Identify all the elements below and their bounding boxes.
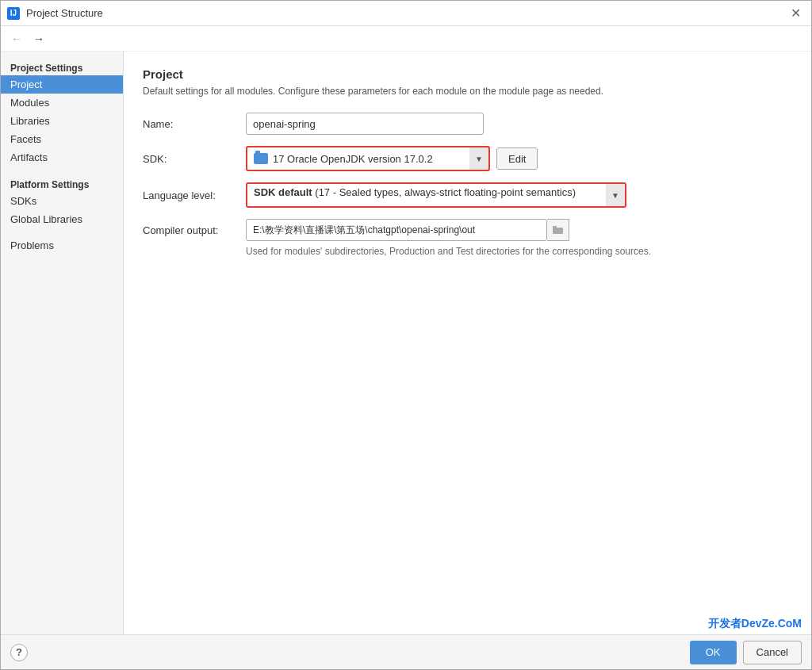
name-row: Name: [143,113,792,135]
sdk-dropdown-arrow[interactable]: ▼ [469,147,488,170]
lang-dropdown-arrow[interactable]: ▼ [606,184,625,206]
app-icon: IJ [7,7,20,20]
lang-select-detail: (17 - Sealed types, always-strict floati… [315,186,576,198]
sdk-label: SDK: [143,153,246,165]
ok-button[interactable]: OK [690,641,737,664]
compiler-browse-button[interactable] [547,219,569,241]
platform-settings-label: Platform Settings [1,174,123,192]
cancel-button[interactable]: Cancel [743,641,802,664]
compiler-path-display: E:\教学资料\直播课\第五场\chatgpt\openai-spring\ou… [246,219,547,241]
bottom-bar-right: OK Cancel [690,641,802,664]
name-input[interactable] [246,113,484,135]
title-bar: IJ Project Structure ✕ [1,1,811,26]
sidebar-item-modules[interactable]: Modules [1,94,123,112]
main-layout: Project Settings Project Modules Librari… [1,52,811,634]
window-title: Project Structure [26,7,103,19]
compiler-hint: Used for modules' subdirectories, Produc… [246,246,792,257]
back-button[interactable]: ← [7,29,26,48]
sidebar-item-artifacts[interactable]: Artifacts [1,148,123,167]
bottom-bar-left: ? [10,644,28,661]
project-structure-window: IJ Project Structure ✕ ← → Project Setti… [0,0,812,670]
lang-level-label: Language level: [143,190,246,201]
watermark: 开发者DevZe.CoM [699,614,811,634]
sidebar-item-global-libraries[interactable]: Global Libraries [1,210,123,228]
compiler-row: Compiler output: E:\教学资料\直播课\第五场\chatgpt… [143,219,792,241]
sdk-select-text: 17 Oracle OpenJDK version 17.0.2 [273,153,463,165]
forward-button[interactable]: → [29,29,48,48]
sidebar-item-project[interactable]: Project [1,75,123,94]
lang-level-row: Language level: SDK default (17 - Sealed… [143,182,792,208]
bottom-bar: ? OK Cancel [1,634,811,669]
content-title: Project [143,67,792,81]
sdk-row: SDK: 17 Oracle OpenJDK version 17.0.2 ▼ … [143,146,792,171]
compiler-label: Compiler output: [143,224,246,236]
content-area: Project Default settings for all modules… [124,52,811,634]
lang-level-control: SDK default (17 - Sealed types, always-s… [246,182,792,208]
sidebar-item-problems[interactable]: Problems [1,236,123,255]
name-label: Name: [143,118,246,130]
sidebar-item-facets[interactable]: Facets [1,130,123,148]
sdk-control: 17 Oracle OpenJDK version 17.0.2 ▼ Edit [246,146,792,171]
sidebar-item-libraries[interactable]: Libraries [1,112,123,130]
sdk-folder-icon [254,153,268,164]
content-subtitle: Default settings for all modules. Config… [143,86,792,97]
title-bar-left: IJ Project Structure [7,7,103,20]
lang-select-wrapper: SDK default (17 - Sealed types, always-s… [246,182,626,208]
nav-bar: ← → [1,26,811,52]
sdk-select[interactable]: 17 Oracle OpenJDK version 17.0.2 [247,147,469,170]
sidebar-item-sdks[interactable]: SDKs [1,192,123,210]
svg-rect-0 [553,228,563,234]
sidebar: Project Settings Project Modules Librari… [1,52,124,634]
project-settings-label: Project Settings [1,58,123,75]
lang-select[interactable]: SDK default (17 - Sealed types, always-s… [247,184,606,206]
sdk-select-wrapper: 17 Oracle OpenJDK version 17.0.2 ▼ [246,146,490,171]
help-button[interactable]: ? [10,644,28,661]
sdk-edit-button[interactable]: Edit [496,147,538,170]
svg-rect-1 [553,226,557,228]
compiler-control: E:\教学资料\直播课\第五场\chatgpt\openai-spring\ou… [246,219,569,241]
name-control [246,113,792,135]
close-button[interactable]: ✕ [786,4,805,23]
